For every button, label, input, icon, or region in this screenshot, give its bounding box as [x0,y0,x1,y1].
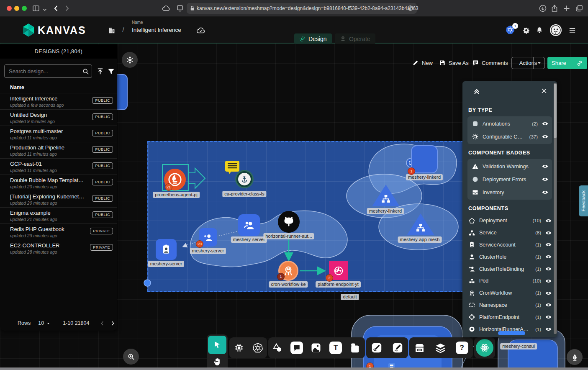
collapse-double-chevron-icon[interactable] [472,87,481,95]
kanvas-logo-icon[interactable] [22,23,35,37]
eye-icon[interactable] [545,313,552,321]
eye-icon[interactable] [545,253,552,260]
layer-row-configurable-components[interactable]: Configurable Components (37) [467,130,552,143]
panel-scrollbar-thumb[interactable] [554,84,557,138]
drawer-tool-icon[interactable] [414,342,425,354]
new-tab-icon[interactable] [562,4,571,13]
component-row-cronworkflow[interactable]: CronWorkflow (1) [467,287,552,299]
whiteboard-pen-button[interactable] [567,349,583,365]
node-ca-provider[interactable] [235,170,254,188]
rows-caret-icon[interactable] [46,321,51,326]
close-icon[interactable] [540,87,548,95]
component-row-clusterrolebinding[interactable]: ClusterRoleBinding (1) [467,263,552,275]
design-row[interactable]: Enigma example updated 21 minutes ago PU… [0,207,117,224]
kubernetes-context-button[interactable]: 1 [506,25,516,36]
help-tool-icon[interactable]: ? [456,342,468,354]
prev-page-icon[interactable] [99,320,105,326]
badge-count[interactable]: 1 [277,273,285,280]
forward-icon[interactable] [63,4,71,13]
publish-icon[interactable] [96,67,104,75]
minimize-window-button[interactable] [14,6,19,11]
reload-icon[interactable] [407,5,414,12]
image-tool-icon[interactable] [310,342,322,354]
design-row[interactable]: Postgres multi-master updated 11 minutes… [0,126,117,142]
shapes-tool-icon[interactable] [272,342,283,353]
freeze-layout-button[interactable] [122,52,138,68]
component-row-namespace[interactable]: Namespace (1) [467,299,552,311]
component-row-pod[interactable]: Pod (10) [467,275,552,287]
component-row-platformendpoint[interactable]: PlatformEndpoint (1) [467,311,552,323]
layer-row-annotations[interactable]: Annotations (2) [467,117,552,130]
badge-count[interactable]: 2 [326,274,333,282]
design-row[interactable]: GCP-east-01 updated 11 minutes ago PUBLI… [0,158,117,175]
eye-icon[interactable] [542,120,549,127]
search-input[interactable] [4,64,92,78]
eye-icon[interactable] [545,326,552,333]
node-github-runner[interactable] [278,211,300,233]
next-page-icon[interactable] [110,320,116,326]
meshery-extension-button[interactable] [476,339,493,357]
new-button[interactable]: New [412,57,433,69]
clipboard-tool-icon[interactable] [349,342,361,354]
kubernetes-tool-icon[interactable] [252,342,263,353]
design-row[interactable]: Untitled Design updated 9 minutes ago PU… [0,109,117,126]
sidebar-toggle-icon[interactable] [32,4,40,13]
chevron-down-icon[interactable] [42,5,48,14]
eye-icon[interactable] [545,290,552,297]
comments-button[interactable]: Comments [472,57,508,69]
feedback-tab[interactable]: Feedback [579,185,588,216]
design-row[interactable]: [Tutorial] Exploring Kubernetes Pod upda… [0,191,117,207]
design-row[interactable]: Intelligent Inference updated a few seco… [0,93,117,109]
node-meshery-server-left[interactable] [156,239,177,260]
node-meshery-server-top[interactable] [238,214,260,236]
back-icon[interactable] [52,4,60,13]
eye-icon[interactable] [545,217,552,224]
downloads-icon[interactable] [539,4,547,13]
component-row-clusterrole[interactable]: ClusterRole (1) [467,251,552,263]
component-row-service[interactable]: Service (8) [467,227,552,239]
select-tool-button[interactable] [208,336,226,354]
address-bar[interactable]: kanvas.new/extension/meshmap?mode=design… [187,3,417,14]
eye-icon[interactable] [545,265,552,272]
reader-icon[interactable] [176,4,184,13]
design-row[interactable]: Double Bubble Map Template-copy updated … [0,175,117,191]
annotation-comment-icon[interactable] [225,161,239,172]
badge-count[interactable]: 21 [165,183,172,191]
design-name-input[interactable] [132,27,194,35]
component-row-serviceaccount[interactable]: ServiceAccount (1) [467,239,552,251]
eye-icon[interactable] [545,278,552,285]
settings-gear-icon[interactable] [522,26,530,34]
zoom-button[interactable] [123,349,139,365]
layers-tool-icon[interactable] [435,342,446,354]
tab-overview-icon[interactable] [575,4,583,13]
eye-icon[interactable] [542,189,549,196]
badge-row-deployment-errors[interactable]: Deployment Errors [467,173,552,186]
components-chip-icon[interactable] [234,342,244,353]
badge-row-inventory[interactable]: Inventory [467,186,552,199]
eye-icon[interactable] [542,133,549,140]
hamburger-menu-icon[interactable] [568,26,576,34]
badge-count[interactable]: 1 [408,167,415,175]
filter-icon[interactable] [107,67,115,75]
column-header-name[interactable]: Name [10,85,24,90]
actions-dropdown-button[interactable] [533,57,545,69]
share-button[interactable]: Share [547,57,587,69]
comment-tool-icon[interactable] [290,342,303,354]
eye-icon[interactable] [545,241,552,248]
pan-hand-icon[interactable] [213,357,222,366]
avatar[interactable] [550,24,562,36]
text-tool-icon[interactable]: T [329,342,342,354]
pencil-tool-icon[interactable] [392,342,403,354]
badge-count[interactable]: 20 [196,240,203,248]
eye-icon[interactable] [542,176,549,183]
share-page-icon[interactable] [550,4,559,13]
horizontal-scrollbar-thumb[interactable] [498,331,525,335]
badge-row-validation-warnings[interactable]: Validation Warnings [467,160,552,173]
cloud-tab-icon[interactable] [162,4,171,13]
component-row-deployment[interactable]: Deployment (10) [467,215,552,227]
pen-tool-icon[interactable] [371,342,383,354]
eye-icon[interactable] [545,229,552,236]
design-row[interactable]: Redis PHP Guestbook updated 23 minutes a… [0,224,117,240]
design-row[interactable]: Production-alt Pipeline updated 11 minut… [0,142,117,158]
close-window-button[interactable] [7,6,12,11]
